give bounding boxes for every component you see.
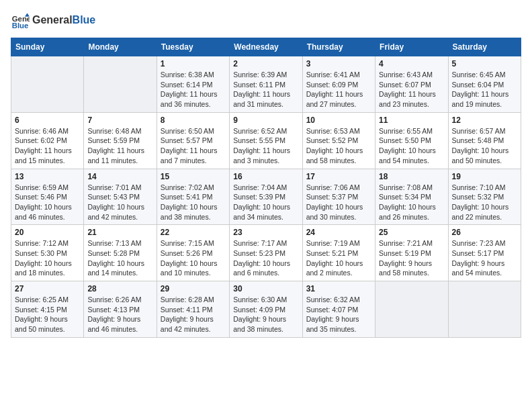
calendar-cell [375, 281, 448, 338]
day-number: 30 [233, 284, 298, 293]
calendar-cell: 18Sunrise: 7:08 AMSunset: 5:34 PMDayligh… [375, 169, 448, 225]
calendar-cell: 7Sunrise: 6:48 AMSunset: 5:59 PMDaylight… [84, 112, 157, 169]
calendar-cell: 19Sunrise: 7:10 AMSunset: 5:32 PMDayligh… [448, 169, 521, 225]
calendar-cell: 31Sunrise: 6:32 AMSunset: 4:07 PMDayligh… [302, 281, 375, 338]
day-number: 19 [452, 172, 517, 181]
calendar-cell: 23Sunrise: 7:17 AMSunset: 5:23 PMDayligh… [230, 225, 302, 281]
calendar-cell: 30Sunrise: 6:30 AMSunset: 4:09 PMDayligh… [230, 281, 302, 338]
calendar-cell: 27Sunrise: 6:25 AMSunset: 4:15 PMDayligh… [11, 281, 84, 338]
calendar-cell: 5Sunrise: 6:45 AMSunset: 6:04 PMDaylight… [448, 56, 521, 113]
day-detail: Sunrise: 6:43 AMSunset: 6:07 PMDaylight:… [379, 70, 444, 109]
day-detail: Sunrise: 6:45 AMSunset: 6:04 PMDaylight:… [452, 70, 517, 109]
calendar-week-row: 6Sunrise: 6:46 AMSunset: 6:02 PMDaylight… [11, 112, 521, 169]
day-detail: Sunrise: 7:19 AMSunset: 5:21 PMDaylight:… [306, 238, 371, 278]
day-detail: Sunrise: 7:02 AMSunset: 5:41 PMDaylight:… [161, 183, 226, 222]
day-number: 9 [233, 116, 298, 125]
svg-text:Blue: Blue [12, 21, 29, 30]
logo-blue-text: Blue [73, 14, 96, 26]
weekday-header-saturday: Saturday [448, 38, 521, 56]
calendar-cell: 29Sunrise: 6:28 AMSunset: 4:11 PMDayligh… [157, 281, 229, 338]
calendar-cell: 8Sunrise: 6:50 AMSunset: 5:57 PMDaylight… [157, 112, 229, 169]
day-number: 11 [379, 116, 444, 125]
day-number: 18 [379, 172, 444, 181]
day-number: 24 [306, 228, 371, 237]
weekday-header-thursday: Thursday [302, 38, 375, 56]
logo-icon: General Blue [11, 11, 30, 30]
calendar-week-row: 1Sunrise: 6:38 AMSunset: 6:14 PMDaylight… [11, 56, 521, 113]
day-number: 20 [15, 228, 80, 237]
day-detail: Sunrise: 6:25 AMSunset: 4:15 PMDaylight:… [15, 295, 80, 334]
day-number: 28 [87, 284, 152, 293]
calendar-cell [11, 56, 84, 113]
calendar-table: SundayMondayTuesdayWednesdayThursdayFrid… [11, 38, 521, 338]
day-number: 2 [233, 59, 298, 68]
day-detail: Sunrise: 6:55 AMSunset: 5:50 PMDaylight:… [379, 126, 444, 166]
day-detail: Sunrise: 6:32 AMSunset: 4:07 PMDaylight:… [306, 295, 371, 334]
day-detail: Sunrise: 6:41 AMSunset: 6:09 PMDaylight:… [306, 70, 371, 109]
calendar-cell [448, 281, 521, 338]
calendar-cell: 4Sunrise: 6:43 AMSunset: 6:07 PMDaylight… [375, 56, 448, 113]
day-detail: Sunrise: 7:08 AMSunset: 5:34 PMDaylight:… [379, 183, 444, 222]
day-detail: Sunrise: 7:15 AMSunset: 5:26 PMDaylight:… [161, 238, 226, 278]
day-number: 21 [87, 228, 152, 237]
calendar-week-row: 13Sunrise: 6:59 AMSunset: 5:46 PMDayligh… [11, 169, 521, 225]
calendar-week-row: 27Sunrise: 6:25 AMSunset: 4:15 PMDayligh… [11, 281, 521, 338]
day-number: 10 [306, 116, 371, 125]
calendar-cell: 3Sunrise: 6:41 AMSunset: 6:09 PMDaylight… [302, 56, 375, 113]
day-detail: Sunrise: 7:23 AMSunset: 5:17 PMDaylight:… [452, 238, 517, 278]
day-number: 4 [379, 59, 444, 68]
calendar-cell: 14Sunrise: 7:01 AMSunset: 5:43 PMDayligh… [84, 169, 157, 225]
day-number: 12 [452, 116, 517, 125]
calendar-week-row: 20Sunrise: 7:12 AMSunset: 5:30 PMDayligh… [11, 225, 521, 281]
weekday-header-monday: Monday [84, 38, 157, 56]
day-number: 23 [233, 228, 298, 237]
calendar-cell: 1Sunrise: 6:38 AMSunset: 6:14 PMDaylight… [157, 56, 229, 113]
page-header: General Blue GeneralBlue [11, 11, 521, 30]
calendar-cell: 12Sunrise: 6:57 AMSunset: 5:48 PMDayligh… [448, 112, 521, 169]
day-number: 6 [15, 116, 80, 125]
weekday-header-wednesday: Wednesday [230, 38, 302, 56]
day-number: 26 [452, 228, 517, 237]
weekday-header-friday: Friday [375, 38, 448, 56]
day-detail: Sunrise: 6:38 AMSunset: 6:14 PMDaylight:… [161, 70, 226, 109]
day-detail: Sunrise: 6:39 AMSunset: 6:11 PMDaylight:… [233, 70, 298, 109]
weekday-header-row: SundayMondayTuesdayWednesdayThursdayFrid… [11, 38, 521, 56]
day-number: 14 [87, 172, 152, 181]
logo-general-text: General [32, 14, 73, 26]
day-number: 15 [161, 172, 226, 181]
logo: General Blue GeneralBlue [11, 11, 95, 30]
day-detail: Sunrise: 6:46 AMSunset: 6:02 PMDaylight:… [15, 126, 80, 166]
day-detail: Sunrise: 6:57 AMSunset: 5:48 PMDaylight:… [452, 126, 517, 166]
day-detail: Sunrise: 6:53 AMSunset: 5:52 PMDaylight:… [306, 126, 371, 166]
calendar-cell: 24Sunrise: 7:19 AMSunset: 5:21 PMDayligh… [302, 225, 375, 281]
day-number: 1 [161, 59, 226, 68]
day-detail: Sunrise: 6:50 AMSunset: 5:57 PMDaylight:… [161, 126, 226, 166]
day-number: 29 [161, 284, 226, 293]
day-detail: Sunrise: 7:17 AMSunset: 5:23 PMDaylight:… [233, 238, 298, 278]
day-number: 17 [306, 172, 371, 181]
calendar-cell: 26Sunrise: 7:23 AMSunset: 5:17 PMDayligh… [448, 225, 521, 281]
day-number: 5 [452, 59, 517, 68]
calendar-cell: 15Sunrise: 7:02 AMSunset: 5:41 PMDayligh… [157, 169, 229, 225]
day-detail: Sunrise: 6:30 AMSunset: 4:09 PMDaylight:… [233, 295, 298, 334]
day-detail: Sunrise: 7:06 AMSunset: 5:37 PMDaylight:… [306, 183, 371, 222]
day-number: 7 [87, 116, 152, 125]
day-number: 16 [233, 172, 298, 181]
calendar-cell: 13Sunrise: 6:59 AMSunset: 5:46 PMDayligh… [11, 169, 84, 225]
calendar-cell: 21Sunrise: 7:13 AMSunset: 5:28 PMDayligh… [84, 225, 157, 281]
calendar-cell: 17Sunrise: 7:06 AMSunset: 5:37 PMDayligh… [302, 169, 375, 225]
day-number: 27 [15, 284, 80, 293]
calendar-cell: 20Sunrise: 7:12 AMSunset: 5:30 PMDayligh… [11, 225, 84, 281]
day-detail: Sunrise: 6:52 AMSunset: 5:55 PMDaylight:… [233, 126, 298, 166]
weekday-header-tuesday: Tuesday [157, 38, 229, 56]
day-detail: Sunrise: 7:13 AMSunset: 5:28 PMDaylight:… [87, 238, 152, 278]
day-number: 22 [161, 228, 226, 237]
day-number: 13 [15, 172, 80, 181]
day-detail: Sunrise: 6:48 AMSunset: 5:59 PMDaylight:… [87, 126, 152, 166]
calendar-cell: 28Sunrise: 6:26 AMSunset: 4:13 PMDayligh… [84, 281, 157, 338]
calendar-cell: 9Sunrise: 6:52 AMSunset: 5:55 PMDaylight… [230, 112, 302, 169]
day-detail: Sunrise: 6:26 AMSunset: 4:13 PMDaylight:… [87, 295, 152, 334]
day-number: 25 [379, 228, 444, 237]
calendar-cell: 22Sunrise: 7:15 AMSunset: 5:26 PMDayligh… [157, 225, 229, 281]
day-number: 31 [306, 284, 371, 293]
